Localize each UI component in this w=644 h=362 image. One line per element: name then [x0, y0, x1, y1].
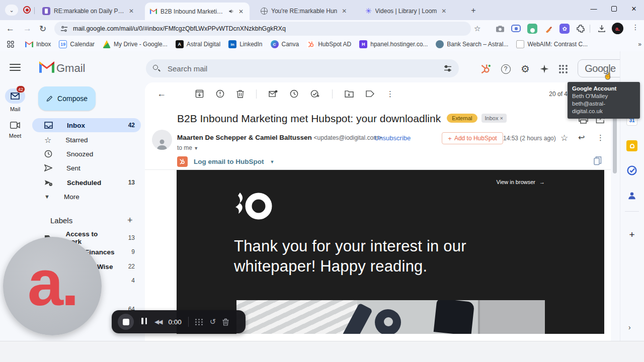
sidebar-item-scheduled[interactable]: Scheduled13 — [32, 175, 141, 190]
settings-gear-icon[interactable]: ⚙ — [519, 62, 532, 75]
bookmark-webaim[interactable]: WebAIM: Contrast C... — [516, 40, 588, 48]
help-icon[interactable]: ? — [499, 62, 512, 75]
view-in-browser-link[interactable]: View in browser→ — [497, 179, 545, 185]
rail-meet-button[interactable] — [0, 122, 30, 129]
sidebar-item-starred[interactable]: ☆ Starred — [32, 133, 141, 147]
extensions-puzzle-icon[interactable] — [576, 24, 586, 34]
camera-extension-icon[interactable] — [495, 24, 505, 34]
main-menu-icon[interactable] — [10, 64, 21, 71]
sender-name[interactable]: Maarten De Schepper & Camiel Baltussen <… — [177, 134, 382, 141]
inbox-icon — [44, 122, 53, 129]
bookmarks-overflow-icon[interactable]: » — [638, 41, 641, 48]
add-to-hubspot-button[interactable]: +Add to HubSpot — [442, 132, 503, 144]
back-button[interactable]: ← — [6, 24, 15, 34]
bookmark-my-drive[interactable]: My Drive - Google... — [103, 40, 168, 48]
tab-remarkable-hun[interactable]: You're RE:markable Hun ✕ — [256, 3, 354, 19]
window-close-button[interactable]: ✕ — [624, 0, 644, 17]
tab-close-icon[interactable]: ✕ — [237, 8, 245, 15]
screen-capture-extension-icon[interactable] — [511, 25, 521, 32]
plus-icon: + — [448, 135, 452, 142]
gemini-icon[interactable] — [538, 62, 551, 75]
get-addons-button[interactable]: + — [626, 229, 637, 240]
tab-close-icon[interactable]: ✕ — [440, 8, 447, 15]
bookmark-hostinger[interactable]: Hhpanel.hostinger.co... — [359, 40, 428, 48]
rewind-icon[interactable]: ◀◀ — [154, 318, 162, 325]
forward-button[interactable]: → — [23, 24, 32, 34]
browser-menu-icon[interactable]: ⋮ — [632, 23, 639, 31]
eyedropper-extension-icon[interactable] — [543, 24, 553, 34]
reload-button[interactable]: ↻ — [39, 24, 46, 34]
bookmark-canva[interactable]: CCanva — [271, 40, 299, 48]
labels-header: Labels — [50, 216, 72, 225]
sidebar-item-snoozed[interactable]: Snoozed — [32, 147, 141, 161]
google-apps-grid-icon[interactable] — [556, 62, 570, 75]
report-spam-icon[interactable] — [216, 89, 224, 98]
bookmark-bank-search[interactable]: Bank Search – Astral... — [436, 40, 508, 48]
compose-button[interactable]: Compose — [38, 86, 96, 111]
sidebar-item-sent[interactable]: Sent — [32, 161, 141, 175]
inbox-chip[interactable]: Inbox × — [481, 114, 507, 123]
tooltip-name: Beth O'Malley — [572, 93, 635, 100]
search-options-icon[interactable] — [444, 65, 452, 72]
recording-tab-indicator[interactable] — [23, 6, 31, 14]
tasks-panel-icon[interactable] — [626, 165, 637, 176]
snooze-icon[interactable] — [290, 89, 298, 98]
keep-panel-icon[interactable] — [626, 140, 637, 151]
downloads-icon[interactable] — [597, 24, 607, 34]
mark-unread-icon[interactable] — [269, 90, 278, 98]
tab-close-icon[interactable]: ✕ — [128, 8, 135, 15]
tab-close-icon[interactable]: ✕ — [341, 8, 348, 15]
tab-audio-icon[interactable] — [228, 8, 234, 15]
bookmark-star-icon[interactable]: ☆ — [474, 24, 480, 33]
bookmark-hubspot[interactable]: HubSpot AD — [307, 40, 351, 48]
message-more-icon[interactable]: ⋮ — [597, 133, 604, 142]
pause-recording-button[interactable] — [140, 317, 148, 326]
window-minimize-button[interactable]: — — [584, 0, 604, 17]
tab-loom-library[interactable]: ✳ Videos | Library | Loom ✕ — [360, 3, 461, 19]
log-email-caret-icon[interactable]: ▼ — [270, 159, 275, 164]
omnibox[interactable]: mail.google.com/mail/u/0/#inbox/FMfcgzQb… — [54, 22, 471, 36]
tab-search-button[interactable]: ⌄ — [5, 5, 18, 16]
to-me-dropdown[interactable]: to me ▼ — [177, 144, 198, 151]
labels-icon[interactable] — [366, 90, 374, 98]
drag-handle-icon[interactable] — [195, 319, 203, 325]
reply-icon[interactable]: ↩ — [578, 133, 585, 142]
bookmark-inbox[interactable]: Inbox — [25, 40, 51, 48]
archive-icon[interactable] — [195, 89, 204, 98]
add-to-tasks-icon[interactable] — [310, 89, 320, 98]
hubspot-header-icon[interactable] — [479, 62, 492, 75]
bookmark-linkedin[interactable]: inLinkedIn — [228, 40, 262, 48]
browser-profile-avatar[interactable]: a. — [612, 23, 623, 34]
stop-recording-button[interactable] — [118, 314, 134, 330]
delete-recording-icon[interactable] — [222, 318, 229, 326]
tab-gmail-active[interactable]: B2B Inbound Marketing me ✕ — [145, 3, 250, 20]
tab-remarkable-planner[interactable]: RE:markable on Daily Planner | ✕ — [37, 3, 142, 19]
site-settings-icon[interactable] — [60, 25, 68, 33]
window-restore-button[interactable] — [604, 0, 624, 17]
create-label-button[interactable]: + — [127, 215, 133, 226]
avatar-logo-text: a. — [28, 246, 77, 320]
search-icon[interactable] — [153, 65, 160, 72]
sidebar-item-more[interactable]: ▼ More — [32, 190, 141, 204]
gmail-search-bar[interactable]: Search mail — [146, 59, 459, 77]
unsubscribe-link[interactable]: Unsubscribe — [374, 134, 411, 142]
contacts-panel-icon[interactable] — [626, 190, 637, 201]
more-options-icon[interactable]: ⋮ — [386, 89, 394, 99]
bookmark-calendar[interactable]: 19Calendar — [59, 40, 95, 48]
new-tab-button[interactable]: + — [468, 5, 479, 16]
restart-recording-icon[interactable]: ↺ — [210, 317, 216, 326]
green-extension-icon[interactable] — [527, 24, 537, 34]
camera-bubble-avatar[interactable]: a. — [3, 237, 102, 335]
star-message-icon[interactable]: ☆ — [560, 133, 568, 143]
move-to-icon[interactable] — [345, 90, 354, 98]
copy-icon[interactable] — [594, 156, 602, 165]
delete-icon[interactable] — [236, 89, 244, 98]
bookmark-astral-digital[interactable]: AAstral Digital — [176, 40, 220, 48]
side-panel-grid-icon[interactable] — [7, 41, 14, 48]
sidebar-item-inbox[interactable]: Inbox42 — [32, 118, 141, 132]
sender-avatar[interactable] — [152, 130, 172, 150]
log-email-label[interactable]: Log email to HubSpot — [194, 158, 264, 165]
purple-extension-icon[interactable]: ✿ — [559, 24, 570, 34]
hide-panel-chevron-icon[interactable]: › — [628, 323, 631, 331]
back-to-inbox-icon[interactable]: ← — [157, 88, 166, 99]
